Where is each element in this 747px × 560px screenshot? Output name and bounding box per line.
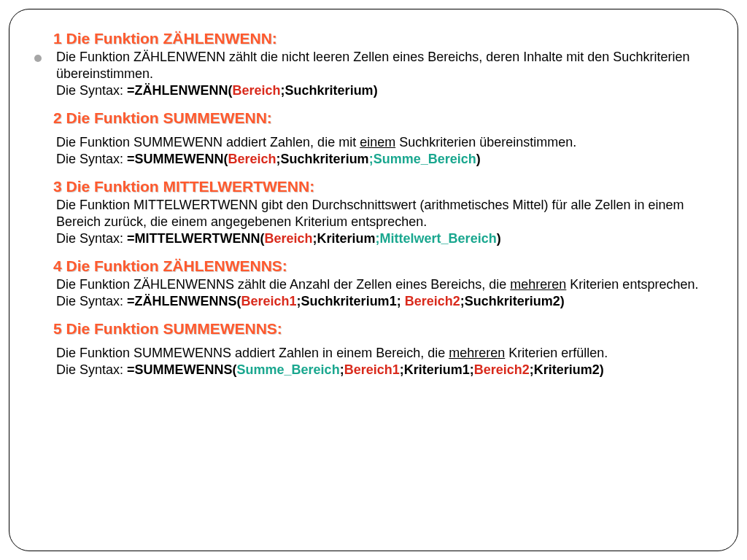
desc-4b: Kriterien entsprechen.	[566, 277, 698, 292]
syntax-label-3: Die Syntax:	[56, 231, 127, 246]
param-kriterium-1: Suchkriterium)	[285, 83, 378, 98]
body-4: Die Funktion ZÄHLENWENNS zählt die Anzah…	[53, 276, 708, 310]
desc-3: Die Funktion MITTELWERTWENN gibt den Dur…	[56, 198, 684, 229]
desc-2b: Suchkriterien übereinstimmen.	[395, 135, 576, 149]
desc-2u: einem	[360, 135, 395, 149]
param-kriterium-3: Kriterium	[317, 231, 376, 246]
syntax-label-1: Die Syntax:	[56, 83, 127, 98]
heading-4: 4 Die Funktion ZÄHLENWENNS:	[53, 257, 708, 275]
param-kriterium-2: Suchkriterium	[281, 152, 369, 166]
syntax-label-5: Die Syntax:	[56, 362, 127, 377]
heading-5: 5 Die Funktion SUMMEWENNS:	[53, 320, 708, 338]
body-5: Die Funktion SUMMEWENNS addiert Zahlen i…	[53, 345, 708, 378]
syntax-lead-5: =SUMMEWENNS(	[127, 362, 237, 377]
section-5: 5 Die Funktion SUMMEWENNS: Die Funktion …	[53, 320, 708, 378]
body-2: Die Funktion SUMMEWENN addiert Zahlen, d…	[53, 134, 708, 168]
heading-1: 1 Die Funktion ZÄHLENWENN:	[53, 30, 708, 47]
desc-4u: mehreren	[510, 277, 566, 292]
param-summe-2: Summe_Bereich	[374, 152, 476, 166]
section-4: 4 Die Funktion ZÄHLENWENNS: Die Funktion…	[53, 257, 708, 310]
syntax-label-2: Die Syntax:	[56, 152, 127, 166]
tail-3: )	[497, 231, 501, 246]
param-mittelwert-3: Mittelwert_Bereich	[380, 231, 497, 246]
param-bereich2-5: Bereich2	[474, 362, 530, 377]
body-1: Die Funktion ZÄHLENWENN zählt die nicht …	[53, 49, 708, 99]
param-bereich-2: Bereich	[228, 152, 276, 166]
section-3: 3 Die Funktion MITTELWERTWENN: Die Funkt…	[53, 178, 708, 247]
param-kriterium1-4: Suchkriterium1;	[301, 294, 405, 308]
tail-2: )	[476, 152, 481, 166]
param-bereich1-4: Bereich1	[241, 294, 297, 308]
syntax-label-4: Die Syntax:	[56, 294, 127, 308]
desc-4a: Die Funktion ZÄHLENWENNS zählt die Anzah…	[56, 277, 510, 292]
param-bereich-3: Bereich	[265, 231, 313, 246]
desc-1: Die Funktion ZÄHLENWENN zählt die nicht …	[56, 50, 689, 81]
syntax-lead-3: =MITTELWERTWENN(	[127, 231, 264, 246]
param-summe-5: Summe_Bereich	[237, 362, 340, 377]
syntax-lead-1: =ZÄHLENWENN(	[127, 83, 233, 98]
section-1: 1 Die Funktion ZÄHLENWENN: Die Funktion …	[53, 30, 708, 99]
param-bereich2-4: Bereich2	[405, 294, 460, 308]
syntax-lead-4: =ZÄHLENWENNS(	[127, 294, 241, 308]
param-kriterium2-5: Kriterium2)	[534, 362, 604, 377]
desc-5a: Die Funktion SUMMEWENNS addiert Zahlen i…	[56, 346, 449, 360]
section-2: 2 Die Funktion SUMMEWENN: Die Funktion S…	[53, 109, 708, 168]
slide-frame: 1 Die Funktion ZÄHLENWENN: Die Funktion …	[9, 9, 738, 551]
param-bereich1-5: Bereich1	[344, 362, 400, 377]
heading-2: 2 Die Funktion SUMMEWENN:	[53, 109, 708, 127]
param-bereich-1: Bereich	[233, 83, 281, 98]
desc-5b: Kriterien erfüllen.	[505, 346, 608, 360]
heading-3: 3 Die Funktion MITTELWERTWENN:	[53, 178, 708, 195]
desc-2a: Die Funktion SUMMEWENN addiert Zahlen, d…	[56, 135, 360, 149]
syntax-lead-2: =SUMMEWENN(	[127, 152, 228, 166]
bullet-icon	[34, 55, 42, 62]
param-kriterium2-4: Suchkriterium2)	[465, 294, 565, 308]
body-3: Die Funktion MITTELWERTWENN gibt den Dur…	[53, 197, 708, 247]
desc-5u: mehreren	[449, 346, 505, 360]
param-kriterium1-5: Kriterium1	[404, 362, 470, 377]
